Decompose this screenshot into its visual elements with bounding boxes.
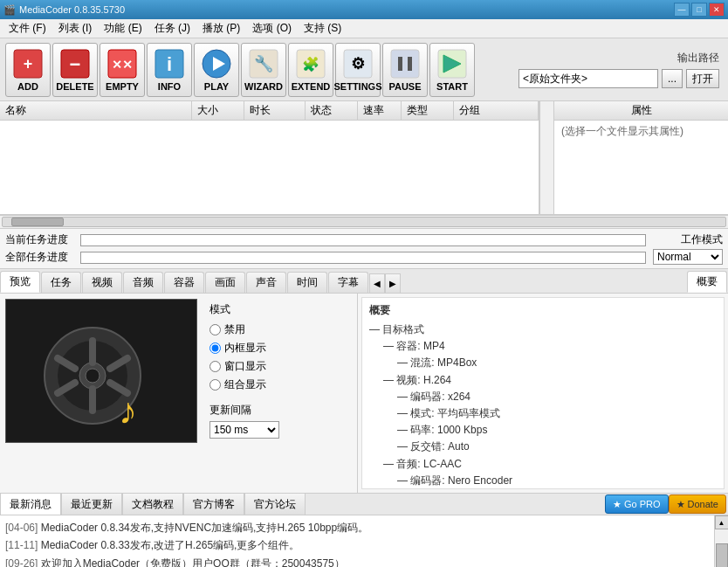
radio-disabled-label: 禁用 — [224, 322, 245, 337]
delete-button[interactable]: − DELETE — [52, 43, 98, 97]
tab-summary[interactable]: 概要 — [687, 271, 727, 293]
news-item-1: [04-06] MediaCoder 0.8.34发布,支持NVENC加速编码,… — [5, 519, 709, 536]
menu-options[interactable]: 选项 (O) — [247, 19, 297, 38]
radio-inner-input[interactable] — [209, 342, 221, 354]
maximize-button[interactable]: □ — [691, 3, 707, 17]
tab-left-arrow[interactable]: ◀ — [369, 273, 385, 293]
work-mode-select[interactable]: Normal Batch Queue — [653, 249, 723, 265]
tree-audio-encoder: — 编码器: Nero Encoder — [369, 473, 717, 489]
tab-right-arrow[interactable]: ▶ — [385, 273, 401, 293]
tree-audio: — 音频: LC-AAC — [369, 456, 717, 473]
empty-button[interactable]: ✕✕ EMPTY — [100, 43, 145, 97]
tab-time[interactable]: 时间 — [287, 272, 327, 293]
start-button[interactable]: START — [429, 43, 475, 97]
tabs-row: 预览 任务 视频 音频 容器 画面 声音 时间 字幕 ◀ ▶ 概要 — [0, 269, 728, 294]
title-bar-controls: — □ ✕ — [674, 3, 725, 17]
settings-button[interactable]: ⚙ SETTINGS — [335, 43, 381, 97]
toolbar: + ADD − DELETE ✕✕ EMPTY i INFO — [0, 38, 728, 101]
tab-video[interactable]: 视频 — [82, 272, 122, 293]
output-path-input[interactable] — [519, 69, 658, 88]
radio-combined-input[interactable] — [209, 379, 221, 391]
svg-text:🔧: 🔧 — [254, 54, 274, 73]
menu-task[interactable]: 任务 (J) — [149, 19, 196, 38]
news-tab-blog[interactable]: 官方博客 — [183, 494, 244, 515]
tree-bitrate: — 码率: 1000 Kbps — [369, 422, 717, 439]
play-label: PLAY — [204, 81, 229, 92]
radio-combined-label: 组合显示 — [224, 377, 266, 392]
gopro-label: Go PRO — [624, 499, 661, 509]
app-icon: 🎬 — [3, 4, 16, 16]
extend-button[interactable]: 🧩 EXTEND — [288, 43, 333, 97]
tab-preview[interactable]: 预览 — [0, 271, 40, 293]
interval-select[interactable]: 150 ms 300 ms 500 ms — [209, 421, 279, 439]
news-tab-latest[interactable]: 最新消息 — [0, 494, 61, 515]
donate-label: Donate — [688, 499, 718, 509]
tab-picture[interactable]: 画面 — [205, 272, 245, 293]
tab-audio[interactable]: 音频 — [123, 272, 163, 293]
interval-row: 更新间隔 150 ms 300 ms 500 ms — [209, 403, 279, 439]
open-button[interactable]: 打开 — [686, 69, 719, 88]
menu-list[interactable]: 列表 (I) — [53, 19, 98, 38]
settings-label: SETTINGS — [334, 81, 382, 92]
tab-task[interactable]: 任务 — [41, 272, 81, 293]
browse-button[interactable]: ... — [662, 69, 683, 88]
properties-placeholder: (选择一个文件显示其属性) — [561, 125, 683, 137]
col-group: 分组 — [454, 101, 539, 120]
current-progress-label: 当前任务进度 — [5, 232, 75, 247]
play-icon — [201, 48, 232, 80]
donate-icon: ★ — [676, 499, 685, 510]
tree-mux: — 混流: MP4Box — [369, 355, 717, 371]
menu-function[interactable]: 功能 (E) — [99, 19, 147, 38]
delete-icon: − — [59, 48, 91, 80]
close-button[interactable]: ✕ — [709, 3, 725, 17]
radio-window: 窗口显示 — [209, 359, 279, 374]
svg-text:♪: ♪ — [119, 391, 137, 432]
menu-support[interactable]: 支持 (S) — [299, 19, 347, 38]
tab-container[interactable]: 容器 — [164, 272, 204, 293]
minimize-button[interactable]: — — [674, 3, 690, 17]
file-hscrollbar[interactable] — [0, 215, 728, 229]
menu-play[interactable]: 播放 (P) — [197, 19, 245, 38]
gopro-button[interactable]: ★ Go PRO — [605, 494, 669, 514]
radio-window-input[interactable] — [209, 361, 221, 372]
add-label: ADD — [17, 81, 38, 92]
news-tab-docs[interactable]: 文档教程 — [122, 494, 183, 515]
info-button[interactable]: i INFO — [147, 43, 192, 97]
properties-title: 属性 — [631, 103, 652, 118]
summary-tree: — 目标格式 — 容器: MP4 — 混流: MP4Box — 视频: H.26… — [369, 322, 717, 489]
radio-inner: 内框显示 — [209, 341, 279, 356]
progress-area: 当前任务进度 全部任务进度 工作模式 Normal Batch Queue — [0, 229, 728, 269]
news-tab-forum[interactable]: 官方论坛 — [244, 494, 306, 515]
properties-body: (选择一个文件显示其属性) — [554, 121, 728, 142]
col-duration: 时长 — [244, 101, 306, 120]
tree-encoder: — 编码器: x264 — [369, 389, 717, 405]
news-content[interactable]: [04-06] MediaCoder 0.8.34发布,支持NVENC加速编码,… — [0, 515, 714, 567]
file-list-body[interactable] — [0, 121, 539, 214]
svg-text:+: + — [24, 55, 33, 73]
file-table: 名称 大小 时长 状态 速率 类型 分组 — [0, 101, 539, 214]
add-button[interactable]: + ADD — [5, 43, 51, 97]
file-table-header: 名称 大小 时长 状态 速率 类型 分组 — [0, 101, 539, 121]
radio-disabled-input[interactable] — [209, 324, 221, 335]
pause-button[interactable]: PAUSE — [382, 43, 428, 97]
output-path-label: 输出路径 — [677, 51, 719, 66]
svg-rect-18 — [408, 57, 412, 71]
wizard-icon: 🔧 — [248, 48, 279, 80]
news-item-3: [09-26] 欢迎加入MediaCoder（免费版）用户QQ群（群号：2500… — [5, 555, 709, 567]
total-progress-label: 全部任务进度 — [5, 250, 75, 265]
tab-sound[interactable]: 声音 — [246, 272, 286, 293]
play-button[interactable]: PLAY — [194, 43, 239, 97]
svg-text:−: − — [70, 53, 81, 75]
svg-text:⚙: ⚙ — [351, 55, 365, 73]
news-scrollbar[interactable]: ▲ ▼ — [714, 515, 728, 567]
tree-anti-interlace: — 反交错: Auto — [369, 439, 717, 455]
tab-subtitle[interactable]: 字幕 — [328, 272, 368, 293]
title-bar-title: 🎬 MediaCoder 0.8.35.5730 — [3, 4, 125, 16]
menu-file[interactable]: 文件 (F) — [3, 19, 52, 38]
total-progress-row: 全部任务进度 — [5, 250, 646, 265]
gopro-icon: ★ — [613, 499, 622, 510]
news-tab-updates[interactable]: 最近更新 — [61, 494, 122, 515]
mode-title: 模式 — [209, 302, 279, 317]
donate-button[interactable]: ★ Donate — [669, 494, 726, 514]
wizard-button[interactable]: 🔧 WIZARD — [241, 43, 286, 97]
